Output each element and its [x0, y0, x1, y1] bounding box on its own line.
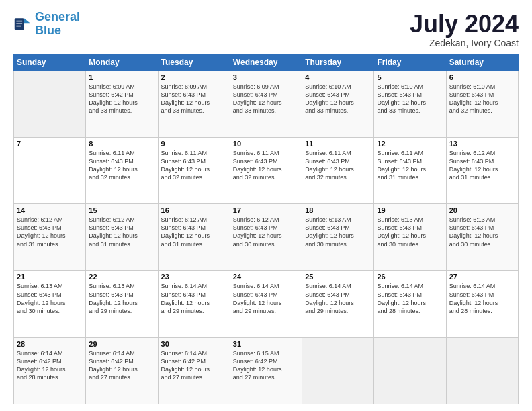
day-info: Sunrise: 6:13 AMSunset: 6:43 PMDaylight:…: [89, 282, 154, 315]
weekday-header-row: SundayMondayTuesdayWednesdayThursdayFrid…: [14, 54, 519, 71]
weekday-sunday: Sunday: [14, 54, 86, 71]
day-info: Sunrise: 6:10 AMSunset: 6:43 PMDaylight:…: [449, 83, 515, 116]
weekday-friday: Friday: [374, 54, 446, 71]
day-number: 22: [89, 273, 154, 281]
day-cell: 24Sunrise: 6:14 AMSunset: 6:43 PMDayligh…: [230, 271, 302, 337]
day-cell: 22Sunrise: 6:13 AMSunset: 6:43 PMDayligh…: [86, 271, 158, 337]
day-cell: 1Sunrise: 6:09 AMSunset: 6:42 PMDaylight…: [86, 71, 158, 137]
day-info: Sunrise: 6:10 AMSunset: 6:43 PMDaylight:…: [377, 83, 443, 116]
day-info: Sunrise: 6:12 AMSunset: 6:43 PMDaylight:…: [449, 149, 515, 182]
day-info: Sunrise: 6:11 AMSunset: 6:43 PMDaylight:…: [161, 149, 227, 182]
week-row-1: 1Sunrise: 6:09 AMSunset: 6:42 PMDaylight…: [14, 71, 519, 137]
weekday-monday: Monday: [86, 54, 158, 71]
day-number: 9: [161, 140, 227, 148]
day-number: 2: [161, 73, 227, 81]
day-number: 25: [305, 273, 371, 281]
day-cell: 15Sunrise: 6:12 AMSunset: 6:43 PMDayligh…: [86, 204, 158, 271]
day-info: Sunrise: 6:11 AMSunset: 6:43 PMDaylight:…: [233, 149, 299, 182]
day-number: 26: [377, 273, 443, 281]
day-number: 7: [17, 140, 83, 148]
day-number: 1: [89, 73, 154, 81]
day-number: 12: [377, 140, 443, 148]
day-info: Sunrise: 6:12 AMSunset: 6:43 PMDaylight:…: [161, 216, 227, 248]
day-number: 4: [305, 73, 371, 81]
day-cell: 26Sunrise: 6:14 AMSunset: 6:43 PMDayligh…: [374, 271, 446, 337]
day-number: 31: [233, 340, 299, 348]
day-cell: 13Sunrise: 6:12 AMSunset: 6:43 PMDayligh…: [446, 137, 518, 203]
location: Zedekan, Ivory Coast: [410, 38, 519, 48]
day-number: 16: [161, 206, 227, 214]
day-number: 17: [233, 206, 299, 214]
day-cell: 9Sunrise: 6:11 AMSunset: 6:43 PMDaylight…: [158, 137, 230, 203]
day-info: Sunrise: 6:13 AMSunset: 6:43 PMDaylight:…: [17, 282, 83, 315]
day-info: Sunrise: 6:11 AMSunset: 6:43 PMDaylight:…: [377, 149, 443, 182]
day-cell: 7: [14, 137, 86, 203]
day-cell: 17Sunrise: 6:12 AMSunset: 6:43 PMDayligh…: [230, 204, 302, 271]
day-cell: 14Sunrise: 6:12 AMSunset: 6:43 PMDayligh…: [14, 204, 86, 271]
day-number: 3: [233, 73, 299, 81]
day-number: 27: [449, 273, 515, 281]
calendar-table: SundayMondayTuesdayWednesdayThursdayFrid…: [13, 54, 519, 404]
day-info: Sunrise: 6:11 AMSunset: 6:43 PMDaylight:…: [305, 149, 371, 182]
logo-icon: [13, 15, 32, 34]
day-info: Sunrise: 6:14 AMSunset: 6:43 PMDaylight:…: [161, 282, 227, 315]
day-number: 8: [89, 140, 154, 148]
month-title: July 2024: [410, 11, 519, 38]
svg-marker-1: [24, 18, 30, 23]
day-cell: 18Sunrise: 6:13 AMSunset: 6:43 PMDayligh…: [302, 204, 374, 271]
day-cell: 8Sunrise: 6:11 AMSunset: 6:43 PMDaylight…: [86, 137, 158, 203]
weekday-tuesday: Tuesday: [158, 54, 230, 71]
day-number: 23: [161, 273, 227, 281]
day-cell: 27Sunrise: 6:14 AMSunset: 6:43 PMDayligh…: [446, 271, 518, 337]
day-cell: 2Sunrise: 6:09 AMSunset: 6:43 PMDaylight…: [158, 71, 230, 137]
day-info: Sunrise: 6:14 AMSunset: 6:43 PMDaylight:…: [305, 282, 371, 315]
day-info: Sunrise: 6:09 AMSunset: 6:42 PMDaylight:…: [89, 83, 154, 116]
day-cell: 5Sunrise: 6:10 AMSunset: 6:43 PMDaylight…: [374, 71, 446, 137]
svg-rect-4: [16, 26, 21, 27]
day-cell: 29Sunrise: 6:14 AMSunset: 6:42 PMDayligh…: [86, 337, 158, 404]
weekday-wednesday: Wednesday: [230, 54, 302, 71]
day-number: 24: [233, 273, 299, 281]
day-number: 11: [305, 140, 371, 148]
day-cell: 20Sunrise: 6:13 AMSunset: 6:43 PMDayligh…: [446, 204, 518, 271]
day-cell: 23Sunrise: 6:14 AMSunset: 6:43 PMDayligh…: [158, 271, 230, 337]
day-info: Sunrise: 6:14 AMSunset: 6:42 PMDaylight:…: [89, 349, 154, 382]
day-number: 18: [305, 206, 371, 214]
title-block: July 2024 Zedekan, Ivory Coast: [410, 11, 519, 48]
day-info: Sunrise: 6:13 AMSunset: 6:43 PMDaylight:…: [449, 216, 515, 248]
day-number: 13: [449, 140, 515, 148]
day-info: Sunrise: 6:09 AMSunset: 6:43 PMDaylight:…: [233, 83, 299, 116]
day-number: 14: [17, 206, 83, 214]
day-cell: 28Sunrise: 6:14 AMSunset: 6:42 PMDayligh…: [14, 337, 86, 404]
day-info: Sunrise: 6:12 AMSunset: 6:43 PMDaylight:…: [233, 216, 299, 248]
day-cell: 31Sunrise: 6:15 AMSunset: 6:42 PMDayligh…: [230, 337, 302, 404]
day-info: Sunrise: 6:14 AMSunset: 6:42 PMDaylight:…: [161, 349, 227, 382]
day-number: 5: [377, 73, 443, 81]
day-info: Sunrise: 6:10 AMSunset: 6:43 PMDaylight:…: [305, 83, 371, 116]
day-number: 28: [17, 340, 83, 348]
day-number: 20: [449, 206, 515, 214]
day-info: Sunrise: 6:14 AMSunset: 6:42 PMDaylight:…: [17, 349, 83, 382]
day-cell: 10Sunrise: 6:11 AMSunset: 6:43 PMDayligh…: [230, 137, 302, 203]
day-cell: 4Sunrise: 6:10 AMSunset: 6:43 PMDaylight…: [302, 71, 374, 137]
day-cell: 16Sunrise: 6:12 AMSunset: 6:43 PMDayligh…: [158, 204, 230, 271]
day-info: Sunrise: 6:12 AMSunset: 6:43 PMDaylight:…: [17, 216, 83, 248]
day-number: 10: [233, 140, 299, 148]
logo-text: General Blue: [35, 11, 80, 38]
day-info: Sunrise: 6:13 AMSunset: 6:43 PMDaylight:…: [377, 216, 443, 248]
page: General Blue July 2024 Zedekan, Ivory Co…: [0, 0, 532, 411]
day-cell: 21Sunrise: 6:13 AMSunset: 6:43 PMDayligh…: [14, 271, 86, 337]
day-info: Sunrise: 6:09 AMSunset: 6:43 PMDaylight:…: [161, 83, 227, 116]
day-cell: [302, 337, 374, 404]
day-cell: [14, 71, 86, 137]
day-number: 29: [89, 340, 154, 348]
header: General Blue July 2024 Zedekan, Ivory Co…: [13, 11, 519, 48]
day-number: 15: [89, 206, 154, 214]
day-number: 19: [377, 206, 443, 214]
day-info: Sunrise: 6:14 AMSunset: 6:43 PMDaylight:…: [449, 282, 515, 315]
day-cell: 6Sunrise: 6:10 AMSunset: 6:43 PMDaylight…: [446, 71, 518, 137]
day-cell: [446, 337, 518, 404]
svg-rect-3: [16, 23, 22, 24]
day-info: Sunrise: 6:13 AMSunset: 6:43 PMDaylight:…: [305, 216, 371, 248]
weekday-thursday: Thursday: [302, 54, 374, 71]
